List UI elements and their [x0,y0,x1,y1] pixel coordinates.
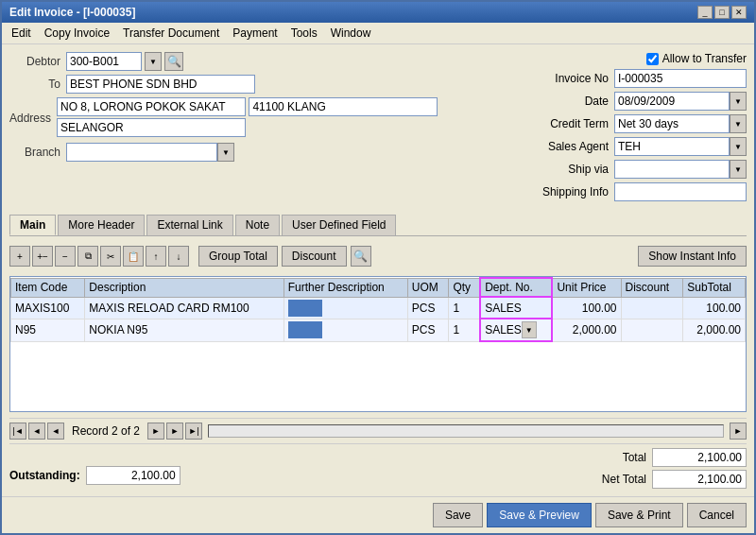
address-line-1[interactable] [57,97,246,116]
outstanding-section: Outstanding: 2,100.00 [9,462,180,489]
tab-note[interactable]: Note [235,215,280,235]
cell-subtotal-1[interactable]: 100.00 [683,297,746,319]
col-header-discount: Discount [621,278,683,297]
ship-via-dropdown-icon[interactable]: ▼ [730,160,747,179]
copy-row-button[interactable]: ⧉ [77,246,98,267]
branch-dropdown-icon[interactable]: ▼ [217,143,234,162]
cell-discount-1[interactable] [621,297,683,319]
total-row: Total 2,100.00 [576,448,747,467]
col-header-description: Description [85,278,284,297]
add-row-button[interactable]: + [9,246,30,267]
shipping-info-input[interactable] [614,182,747,201]
credit-term-dropdown-icon[interactable]: ▼ [730,114,747,133]
last-record-button[interactable]: ►| [185,423,202,440]
cut-button[interactable]: ✂ [100,246,121,267]
date-dropdown-icon[interactable]: ▼ [730,92,747,111]
menu-window[interactable]: Window [325,25,377,42]
next-record-button[interactable]: ► [147,423,164,440]
footer: Save Save & Preview Save & Print Cancel [2,496,754,533]
close-button[interactable]: ✕ [731,6,747,19]
cell-further-desc-1[interactable] [284,297,407,319]
tab-user-defined-field[interactable]: User Defined Field [282,215,396,235]
minimize-button[interactable]: _ [697,6,713,19]
net-total-label: Net Total [576,473,652,486]
cell-qty-2[interactable]: 1 [449,319,480,341]
debtor-dropdown-icon[interactable]: ▼ [145,52,162,71]
forward-record-button[interactable]: ► [166,423,183,440]
cell-item-code-2[interactable]: N95 [11,319,85,341]
menu-payment[interactable]: Payment [227,25,283,42]
ship-via-input[interactable] [614,160,730,179]
title-bar: Edit Invoice - [I-000035] _ □ ✕ [2,2,754,23]
save-print-button[interactable]: Save & Print [595,503,683,527]
further-desc-btn-1[interactable] [288,300,322,317]
debtor-input-group: ▼ 🔍 [66,52,183,71]
save-preview-button[interactable]: Save & Preview [487,503,592,527]
tab-main[interactable]: Main [9,215,56,235]
menu-edit[interactable]: Edit [6,25,37,42]
cell-subtotal-2[interactable]: 2,000.00 [683,319,746,341]
add-line-button[interactable]: +− [32,246,53,267]
nav-scrollbar[interactable] [208,424,724,438]
menu-transfer-document[interactable]: Transfer Document [117,25,225,42]
maximize-button[interactable]: □ [714,6,730,19]
cell-uom-2[interactable]: PCS [407,319,449,341]
menu-tools[interactable]: Tools [285,25,323,42]
cell-qty-1[interactable]: 1 [449,297,480,319]
address-label: Address [9,112,57,125]
delete-row-button[interactable]: − [55,246,76,267]
tab-more-header[interactable]: More Header [58,215,145,235]
cell-item-code-1[interactable]: MAXIS100 [11,297,85,319]
menu-copy-invoice[interactable]: Copy Invoice [39,25,115,42]
show-instant-info-button[interactable]: Show Instant Info [638,246,747,267]
sales-agent-dropdown-icon[interactable]: ▼ [730,137,747,156]
address-line-2[interactable] [249,97,438,116]
total-label: Total [576,451,652,464]
col-header-dept-no: Dept. No. [480,278,552,297]
discount-button[interactable]: Discount [282,246,347,267]
branch-input[interactable] [66,143,217,162]
cell-description-1[interactable]: MAXIS RELOAD CARD RM100 [85,297,284,319]
paste-button[interactable]: 📋 [123,246,144,267]
cell-unit-price-1[interactable]: 100.00 [552,297,621,319]
first-record-button[interactable]: |◄ [9,423,26,440]
debtor-search-button[interactable]: 🔍 [164,52,183,71]
net-total-row: Net Total 2,100.00 [576,470,747,489]
grid-search-button[interactable]: 🔍 [351,246,371,267]
address-line-3[interactable] [57,118,246,137]
cell-discount-2[interactable] [621,319,683,341]
allow-transfer-checkbox[interactable] [646,53,659,65]
prev-record-button[interactable]: ◄ [28,423,45,440]
dept-dropdown-btn-2[interactable]: ▼ [522,321,537,338]
cell-dept-2[interactable]: SALES ▼ [480,319,552,341]
totals-outstanding-section: Outstanding: 2,100.00 Total 2,100.00 Net… [9,448,747,489]
outstanding-label: Outstanding: [9,469,80,482]
cell-further-desc-2[interactable] [284,319,407,341]
debtor-input[interactable] [66,52,142,71]
col-header-further-description: Further Description [284,278,407,297]
date-label: Date [585,95,614,108]
cell-unit-price-2[interactable]: 2,000.00 [552,319,621,341]
tab-external-link[interactable]: External Link [146,215,232,235]
outstanding-value: 2,100.00 [86,466,180,485]
nav-scroll-right[interactable]: ► [730,423,747,440]
sales-agent-row: Sales Agent ▼ [482,137,747,156]
cell-description-2[interactable]: NOKIA N95 [85,319,284,341]
invoice-no-input[interactable] [614,69,747,88]
group-total-button[interactable]: Group Total [198,246,278,267]
cancel-button[interactable]: Cancel [687,503,747,527]
move-up-button[interactable]: ↑ [146,246,166,267]
grid-row-1: MAXIS100 MAXIS RELOAD CARD RM100 PCS 1 S… [11,297,746,319]
cell-uom-1[interactable]: PCS [407,297,449,319]
move-down-button[interactable]: ↓ [168,246,189,267]
credit-term-input[interactable] [614,114,730,133]
to-input[interactable] [66,75,255,94]
back-record-button[interactable]: ◄ [47,423,64,440]
save-button[interactable]: Save [433,503,483,527]
further-desc-btn-2[interactable] [288,321,322,338]
date-input[interactable] [614,92,730,111]
ship-via-input-group: ▼ [614,160,747,179]
allow-transfer-row: Allow to Transfer [482,52,747,65]
cell-dept-1[interactable]: SALES [480,297,552,319]
sales-agent-input[interactable] [614,137,730,156]
